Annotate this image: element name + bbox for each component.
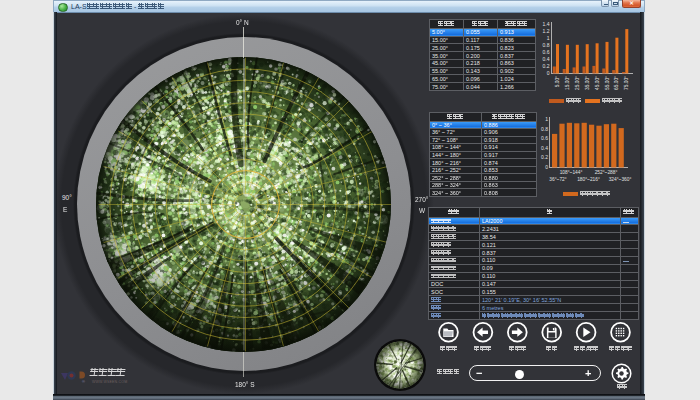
svg-text:0: 0 <box>547 70 550 76</box>
svg-text:324°~360°: 324°~360° <box>609 177 632 182</box>
svg-text:5.00°: 5.00° <box>555 76 560 87</box>
svg-text:75.00°: 75.00° <box>624 76 629 90</box>
svg-text:36°~72°: 36°~72° <box>549 177 566 182</box>
svg-text:1: 1 <box>545 116 548 122</box>
svg-text:108°~144°: 108°~144° <box>560 170 583 175</box>
svg-text:1.2: 1.2 <box>543 28 550 34</box>
svg-text:45.00°: 45.00° <box>595 76 600 90</box>
svg-text:0.4: 0.4 <box>543 56 550 62</box>
svg-text:0.6: 0.6 <box>541 135 548 141</box>
svg-text:0.2: 0.2 <box>543 63 550 69</box>
svg-text:180°~216°: 180°~216° <box>577 177 600 182</box>
svg-text:0.8: 0.8 <box>541 126 548 132</box>
svg-text:15.00°: 15.00° <box>565 76 570 90</box>
svg-text:0.4: 0.4 <box>541 145 548 151</box>
svg-text:0.6: 0.6 <box>543 49 550 55</box>
svg-text:0.2: 0.2 <box>541 154 548 160</box>
svg-text:1.4: 1.4 <box>543 21 550 27</box>
svg-text:0.8: 0.8 <box>543 42 550 48</box>
svg-text:65.00°: 65.00° <box>614 76 619 90</box>
svg-text:25.00°: 25.00° <box>575 76 580 90</box>
svg-text:35.00°: 35.00° <box>585 76 590 90</box>
svg-text:1: 1 <box>547 35 550 41</box>
svg-text:252°~288°: 252°~288° <box>595 170 618 175</box>
svg-text:0: 0 <box>545 164 548 170</box>
svg-text:55.00°: 55.00° <box>605 76 610 90</box>
svg-text:®: ® <box>82 379 85 384</box>
